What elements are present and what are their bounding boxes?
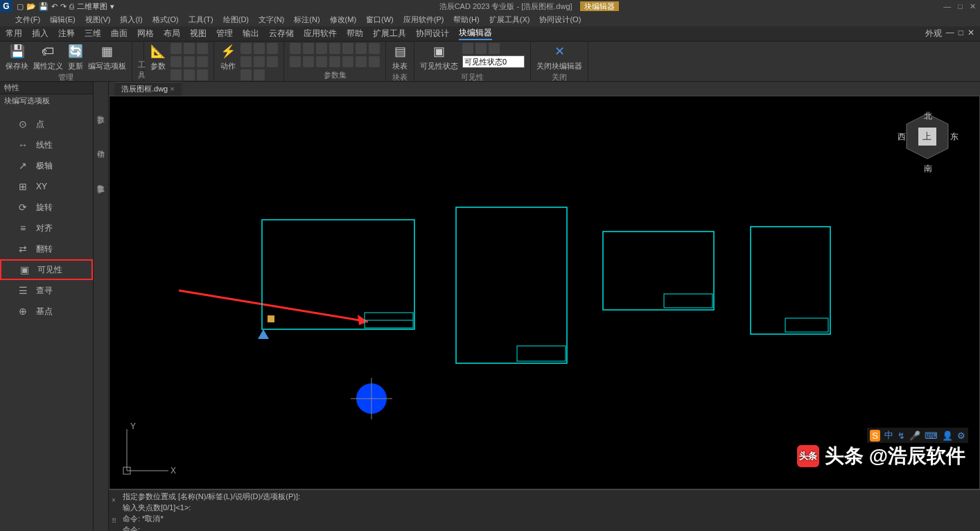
palette-item-rotate[interactable]: ⟳旋转 bbox=[0, 197, 93, 218]
tab-apps[interactable]: 应用软件 bbox=[304, 28, 337, 40]
menu-view[interactable]: 视图(V) bbox=[85, 15, 111, 25]
visibility-state-input[interactable] bbox=[462, 55, 525, 68]
menu-collab[interactable]: 协同设计(O) bbox=[539, 15, 581, 25]
tab-collab[interactable]: 协同设计 bbox=[416, 28, 449, 40]
action-button[interactable]: ⚡动作 bbox=[220, 43, 236, 71]
tab-layout[interactable]: 布局 bbox=[164, 28, 180, 40]
close-icon[interactable]: ✕ bbox=[970, 2, 976, 11]
menu-modify[interactable]: 修改(M) bbox=[330, 15, 357, 25]
tab-manage[interactable]: 管理 bbox=[216, 28, 233, 40]
tab-3d[interactable]: 三维 bbox=[85, 28, 101, 40]
save-block-button[interactable]: 💾保存块 bbox=[6, 43, 28, 71]
palette-item-linear[interactable]: ↔线性 bbox=[0, 134, 93, 155]
cmd-close-icon[interactable]: × bbox=[112, 496, 116, 504]
workspace-label[interactable]: 二维草图 bbox=[77, 1, 107, 12]
ribbon-group-tools: 工具 bbox=[132, 42, 144, 81]
visibility-state-button[interactable]: ▣可见性状态 bbox=[420, 43, 458, 71]
tab-blockeditor[interactable]: 块编辑器 bbox=[459, 27, 492, 40]
svg-text:东: 东 bbox=[950, 132, 959, 141]
palette-item-align[interactable]: ≡对齐 bbox=[0, 218, 93, 238]
param-tools[interactable] bbox=[170, 43, 208, 80]
drawing-canvas[interactable]: Y X 北 南 西 东 上 S 中↯🎤⌨👤⚙ 头条 bbox=[109, 96, 980, 489]
tab-view[interactable]: 视图 bbox=[190, 28, 207, 40]
params-button[interactable]: 📐参数 bbox=[150, 43, 166, 71]
quick-access-toolbar[interactable]: ▢ 📂 💾 ↶ ↷ ⎙ 二维草图 ▾ bbox=[17, 1, 114, 12]
palette-item-polar[interactable]: ↗极轴 bbox=[0, 155, 93, 176]
menu-insert[interactable]: 插入(I) bbox=[120, 15, 142, 25]
minimize-icon[interactable]: — bbox=[943, 2, 951, 11]
panel-subheader: 块编写选项板 bbox=[0, 94, 93, 107]
xy-icon: ⊞ bbox=[17, 180, 29, 193]
palette-item-visibility[interactable]: ▣可见性 bbox=[0, 259, 93, 280]
command-line[interactable]: ×⠿ 指定参数位置或 [名称(N)/标签(L)/说明(D)/选项板(P)]: 输… bbox=[109, 489, 980, 531]
tab-output[interactable]: 输出 bbox=[243, 28, 259, 40]
min-ribbon-icon[interactable]: — bbox=[946, 28, 954, 40]
cmd-prompt[interactable]: 命令: bbox=[123, 525, 976, 531]
menu-tools[interactable]: 工具(T) bbox=[189, 15, 213, 25]
menu-bar[interactable]: 文件(F) 编辑(E) 视图(V) 插入(I) 格式(O) 工具(T) 绘图(D… bbox=[0, 12, 980, 26]
menu-text[interactable]: 文字(N) bbox=[259, 15, 284, 25]
tab-home[interactable]: 常用 bbox=[6, 28, 22, 40]
cmd-drag-icon[interactable]: ⠿ bbox=[112, 517, 116, 525]
close-blockeditor-button[interactable]: ✕关闭块编辑器 bbox=[536, 43, 582, 71]
view-cube[interactable]: 北 南 西 东 上 bbox=[896, 110, 959, 180]
cmd-history-1: 指定参数位置或 [名称(N)/标签(L)/说明(D)/选项板(P)]: bbox=[123, 491, 976, 502]
palette-item-point[interactable]: ⊙点 bbox=[0, 114, 93, 134]
menu-app[interactable]: 应用软件(P) bbox=[403, 15, 444, 25]
palette-item-xy[interactable]: ⊞XY bbox=[0, 176, 93, 197]
tab-help[interactable]: 帮助 bbox=[347, 28, 363, 40]
palette-item-lookup[interactable]: ☰查寻 bbox=[0, 280, 93, 301]
window-title: 浩辰CAD 2023 专业版 - [浩辰图框.dwg] 块编辑器 bbox=[114, 1, 943, 12]
tab-close-icon[interactable]: × bbox=[170, 85, 174, 93]
window-controls[interactable]: — □ ✕ bbox=[943, 2, 976, 11]
undo-icon[interactable]: ↶ bbox=[51, 2, 58, 11]
document-tabs[interactable]: 浩辰图框.dwg × bbox=[109, 82, 980, 96]
attr-def-button[interactable]: 🏷属性定义 bbox=[33, 43, 63, 71]
save-icon[interactable]: 💾 bbox=[39, 2, 49, 11]
paramset-tools[interactable] bbox=[290, 43, 380, 67]
sogou-icon: S bbox=[870, 430, 880, 442]
tab-cloud[interactable]: 云存储 bbox=[269, 28, 294, 40]
tab-annotate[interactable]: 注释 bbox=[58, 28, 75, 40]
print-icon[interactable]: ⎙ bbox=[69, 2, 74, 10]
menu-file[interactable]: 文件(F) bbox=[15, 15, 40, 25]
menu-format[interactable]: 格式(O) bbox=[152, 15, 179, 25]
blocktable-button[interactable]: ▤块表 bbox=[392, 43, 408, 71]
svg-rect-9 bbox=[603, 232, 714, 310]
maximize-icon[interactable]: □ bbox=[958, 2, 963, 11]
properties-panel: 特性 块编写选项板 ⊙点 ↔线性 ↗极轴 ⊞XY ⟳旋转 ≡对齐 ⇄翻转 ▣可见… bbox=[0, 82, 94, 531]
redo-icon[interactable]: ↷ bbox=[60, 2, 67, 11]
tab-express[interactable]: 扩展工具 bbox=[373, 28, 406, 40]
menu-help[interactable]: 帮助(H) bbox=[453, 15, 479, 25]
ribbon-group-manage: 💾保存块 🏷属性定义 🔄更新 ▦编写选项板 管理 bbox=[0, 42, 132, 81]
open-icon[interactable]: 📂 bbox=[26, 2, 36, 11]
drawing-svg: Y X bbox=[110, 96, 979, 489]
new-icon[interactable]: ▢ bbox=[17, 2, 24, 11]
palette-tabs[interactable]: 参数 动作 参数集 bbox=[94, 82, 109, 531]
menu-ext[interactable]: 扩展工具(X) bbox=[489, 15, 530, 25]
palette-item-basepoint[interactable]: ⊕基点 bbox=[0, 301, 93, 322]
action-tools[interactable] bbox=[240, 43, 278, 80]
menu-dim[interactable]: 标注(N) bbox=[294, 15, 320, 25]
tab-insert[interactable]: 插入 bbox=[32, 28, 49, 40]
appearance-label[interactable]: 外观 bbox=[925, 28, 942, 40]
ribbon-tabs[interactable]: 常用 插入 注释 三维 曲面 网格 布局 视图 管理 输出 云存储 应用软件 帮… bbox=[0, 26, 980, 42]
menu-edit[interactable]: 编辑(E) bbox=[50, 15, 76, 25]
restore-icon[interactable]: □ bbox=[959, 28, 963, 40]
update-button[interactable]: 🔄更新 bbox=[67, 43, 84, 71]
palette-item-flip[interactable]: ⇄翻转 bbox=[0, 238, 93, 259]
ime-indicator: S 中↯🎤⌨👤⚙ bbox=[867, 428, 968, 443]
tab-mesh[interactable]: 网格 bbox=[137, 28, 154, 40]
ribbon-group-blocktable: ▤块表 块表 bbox=[386, 42, 414, 81]
svg-marker-6 bbox=[258, 329, 269, 339]
svg-text:北: 北 bbox=[924, 111, 932, 121]
cmd-history-2: 输入夹点数[0/1]<1>: bbox=[123, 503, 976, 513]
doc-tab[interactable]: 浩辰图框.dwg × bbox=[114, 82, 182, 96]
svg-text:上: 上 bbox=[922, 131, 931, 141]
close-doc-icon[interactable]: ✕ bbox=[968, 28, 974, 40]
authoring-palette-button[interactable]: ▦编写选项板 bbox=[88, 43, 126, 71]
tab-surface[interactable]: 曲面 bbox=[111, 28, 128, 40]
linear-icon: ↔ bbox=[17, 139, 29, 151]
menu-window[interactable]: 窗口(W) bbox=[366, 15, 394, 25]
menu-draw[interactable]: 绘图(D) bbox=[223, 15, 249, 25]
